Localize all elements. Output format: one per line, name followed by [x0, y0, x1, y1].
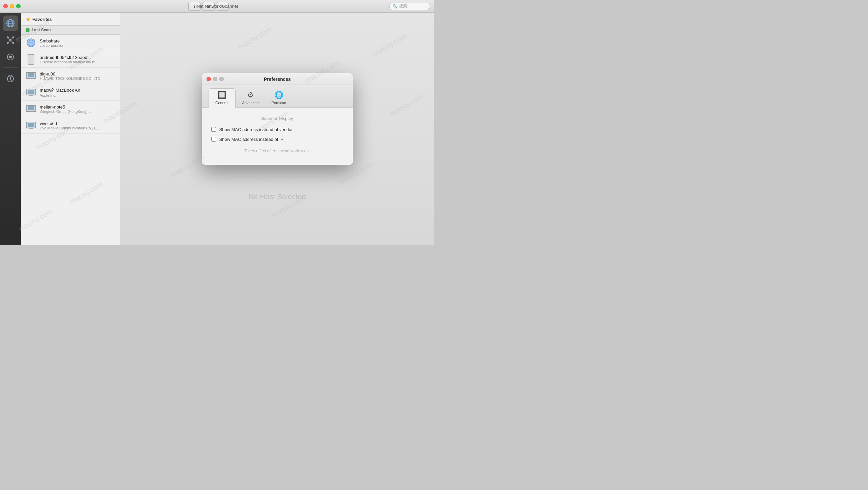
device-item[interactable]: dig-al00HUAWEI TECHNOLOGIES CO.,LTD [21, 68, 120, 84]
device-info: vivo_x6dvivo Mobile Communication Co., L… [40, 121, 115, 130]
device-sub: Hisense broadband multimedia te... [40, 60, 115, 64]
sidebar-divider [3, 67, 18, 68]
svg-line-12 [8, 40, 10, 43]
device-panel: ★ Favorites Last Scan Smbsharezte corpor… [21, 13, 120, 245]
device-icon-1 [26, 54, 36, 65]
device-icon-0 [26, 37, 36, 48]
app-body: ★ Favorites Last Scan Smbsharezte corpor… [0, 13, 434, 245]
title-bar: ℹ ⚙ ⊡ iNet Network Scanner 🔍 搜索 [0, 0, 434, 13]
device-name: macw的MacBook Air [40, 87, 115, 93]
sidebar-icon-alarm[interactable] [3, 71, 18, 86]
device-sub: zte corporation [40, 43, 115, 48]
favorites-header: ★ Favorites [21, 13, 120, 25]
last-scan-label: Last Scan [32, 28, 51, 32]
device-name: meilan-note5 [40, 104, 115, 110]
device-info: android-fb054cf513eaed...Hisense broadba… [40, 55, 115, 64]
star-icon: ★ [26, 16, 30, 23]
device-sub: Wingtech Group (HongKong) Lim... [40, 110, 115, 114]
svg-point-15 [9, 56, 12, 58]
svg-rect-25 [30, 63, 32, 63]
checkbox-mac-vendor-label: Show MAC address instead of vendor [219, 127, 293, 132]
device-sub: vivo Mobile Communication Co., L... [40, 126, 115, 130]
device-list: Smbsharezte corporationandroid-fb054cf51… [21, 35, 120, 245]
portscan-tab-label: Portscan [272, 101, 286, 105]
modal-title: Preferences [224, 76, 331, 82]
title-bar-controls [0, 4, 21, 8]
tab-portscan[interactable]: 🌐 Portscan [265, 89, 292, 108]
scan-status-dot [26, 28, 30, 32]
modal-maximize-button[interactable] [219, 77, 224, 81]
svg-line-18 [10, 79, 12, 81]
device-icon-5 [26, 120, 36, 131]
device-icon-4 [26, 103, 36, 114]
close-button[interactable] [3, 4, 8, 8]
device-info: meilan-note5Wingtech Group (HongKong) Li… [40, 104, 115, 114]
device-item[interactable]: Smbsharezte corporation [21, 35, 120, 51]
modal-close-button[interactable] [207, 77, 211, 81]
modal-title-bar: Preferences [202, 73, 353, 85]
general-tab-icon: 🔲 [217, 91, 226, 99]
device-info: macw的MacBook AirApple Inc. [40, 87, 115, 97]
modal-body: Scanner Display Show MAC address instead… [202, 108, 353, 165]
tab-general[interactable]: 🔲 General [209, 88, 236, 108]
advanced-tab-label: Advanced [242, 101, 259, 105]
svg-line-13 [10, 40, 13, 43]
device-item[interactable]: android-fb054cf513eaed...Hisense broadba… [21, 51, 120, 68]
device-item[interactable]: meilan-note5Wingtech Group (HongKong) Li… [21, 101, 120, 117]
preferences-modal: Preferences 🔲 General ⚙ Advanced 🌐 [202, 73, 353, 165]
device-name: Smbshare [40, 38, 115, 43]
device-icon-2 [26, 70, 36, 81]
sidebar-icon-nodes[interactable] [3, 32, 18, 48]
last-scan-header: Last Scan [21, 25, 120, 35]
modal-minimize-button[interactable] [213, 77, 217, 81]
tab-advanced[interactable]: ⚙ Advanced [236, 89, 265, 108]
search-box[interactable]: 🔍 搜索 [390, 3, 430, 10]
device-name: android-fb054cf513eaed... [40, 55, 115, 60]
scanner-display-title: Scanner Display [211, 116, 343, 121]
takes-effect-note: Takes effect after new network scan. [211, 149, 343, 157]
svg-line-11 [10, 37, 13, 40]
device-name: dig-al00 [40, 71, 115, 76]
sidebar-icon-monitor[interactable] [3, 49, 18, 65]
search-placeholder: 搜索 [399, 3, 407, 9]
title-bar-right: 🔍 搜索 [390, 3, 434, 10]
device-sub: Apple Inc. [40, 93, 115, 97]
svg-rect-36 [29, 128, 33, 129]
svg-rect-33 [29, 112, 33, 112]
checkbox-mac-vendor[interactable] [211, 127, 216, 132]
advanced-tab-icon: ⚙ [247, 91, 254, 99]
modal-overlay: Preferences 🔲 General ⚙ Advanced 🌐 [120, 13, 434, 245]
device-item[interactable]: macw的MacBook AirApple Inc. [21, 84, 120, 101]
device-sub: HUAWEI TECHNOLOGIES CO.,LTD [40, 76, 115, 81]
device-name: vivo_x6d [40, 121, 115, 126]
modal-traffic-lights [207, 77, 224, 81]
device-info: dig-al00HUAWEI TECHNOLOGIES CO.,LTD [40, 71, 115, 81]
portscan-tab-icon: 🌐 [274, 91, 283, 99]
checkbox-mac-ip[interactable] [211, 137, 216, 142]
svg-rect-37 [28, 123, 34, 127]
device-item[interactable]: vivo_x6dvivo Mobile Communication Co., L… [21, 117, 120, 134]
svg-rect-30 [29, 95, 33, 96]
svg-rect-28 [28, 73, 34, 77]
general-tab-label: General [215, 101, 228, 105]
maximize-button[interactable] [16, 4, 21, 8]
window-title: iNet Network Scanner [196, 4, 238, 9]
favorites-label: Favorites [32, 17, 52, 22]
device-icon-3 [26, 87, 36, 98]
sidebar-icon-network[interactable] [3, 16, 18, 31]
svg-line-10 [8, 37, 10, 40]
device-info: Smbsharezte corporation [40, 38, 115, 48]
svg-rect-34 [28, 106, 34, 110]
checkbox-row-mac-ip: Show MAC address instead of IP [211, 137, 343, 142]
search-icon: 🔍 [393, 4, 398, 9]
checkbox-mac-ip-label: Show MAC address instead of IP [219, 137, 284, 142]
modal-tabs: 🔲 General ⚙ Advanced 🌐 Portscan [202, 85, 353, 108]
svg-rect-31 [28, 90, 34, 94]
minimize-button[interactable] [10, 4, 14, 8]
icon-sidebar [0, 13, 21, 245]
svg-rect-27 [29, 79, 33, 79]
checkbox-row-mac-vendor: Show MAC address instead of vendor [211, 127, 343, 132]
main-content: No Host Selected Preferences 🔲 [120, 13, 434, 245]
